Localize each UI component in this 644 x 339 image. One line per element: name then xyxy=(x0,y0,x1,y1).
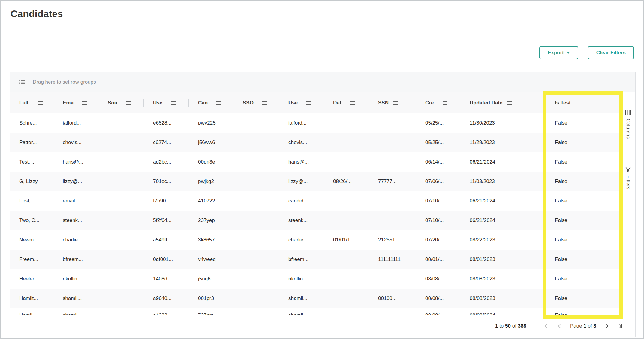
tab-filters[interactable]: Filters xyxy=(625,166,631,190)
cell-user_id[interactable]: 701ec... xyxy=(144,172,189,191)
column-header-is_test[interactable]: Is Test xyxy=(546,92,620,113)
cell-full_name[interactable]: Freem... xyxy=(10,250,53,269)
cell-is_test[interactable]: False xyxy=(546,191,620,211)
column-menu-icon[interactable] xyxy=(171,101,176,105)
cell-dob[interactable] xyxy=(324,308,369,313)
cell-candidate_id[interactable]: 410722 xyxy=(189,191,233,211)
cell-created_date[interactable]: 05/25/... xyxy=(416,133,460,152)
cell-candidate_id[interactable]: 737pm... xyxy=(189,308,233,315)
column-header-email[interactable]: Ema... xyxy=(53,92,98,113)
cell-candidate_id[interactable]: 237yep xyxy=(189,211,233,230)
cell-ssn[interactable]: 00100... xyxy=(369,289,416,308)
cell-sso[interactable] xyxy=(233,269,279,289)
cell-source[interactable] xyxy=(98,133,144,152)
cell-user_id[interactable]: 0af001... xyxy=(144,250,189,269)
cell-source[interactable] xyxy=(98,269,144,289)
cell-email[interactable]: email... xyxy=(53,191,98,211)
cell-created_date[interactable]: 08/08/... xyxy=(416,269,460,289)
column-menu-icon[interactable] xyxy=(262,101,267,105)
cell-full_name[interactable]: Schre... xyxy=(10,113,53,133)
cell-sso[interactable] xyxy=(233,250,279,269)
cell-created_date[interactable]: 06/14/... xyxy=(416,152,460,172)
cell-ssn[interactable] xyxy=(369,211,416,230)
cell-is_test[interactable]: False xyxy=(546,250,620,269)
cell-is_test[interactable]: False xyxy=(546,230,620,250)
cell-email[interactable]: shamil... xyxy=(53,289,98,308)
cell-sso[interactable] xyxy=(233,308,279,313)
cell-source[interactable] xyxy=(98,152,144,172)
cell-is_test[interactable]: False xyxy=(546,172,620,191)
column-header-source[interactable]: Sou... xyxy=(98,92,144,113)
cell-dob[interactable] xyxy=(324,133,369,152)
cell-full_name[interactable]: Heeler... xyxy=(10,269,53,289)
cell-sso[interactable] xyxy=(233,211,279,230)
cell-candidate_id[interactable]: v4weeq xyxy=(189,250,233,269)
cell-created_date[interactable]: 08/08/... xyxy=(416,308,460,315)
cell-user_id[interactable]: 5f2f64... xyxy=(144,211,189,230)
cell-is_test[interactable]: False xyxy=(546,211,620,230)
export-button[interactable]: Export xyxy=(539,46,578,59)
cell-ssn[interactable] xyxy=(369,269,416,289)
column-menu-icon[interactable] xyxy=(126,101,131,105)
cell-email[interactable]: bfreem... xyxy=(53,250,98,269)
cell-dob[interactable] xyxy=(324,250,369,269)
cell-source[interactable] xyxy=(98,230,144,250)
cell-user_id[interactable]: a9640... xyxy=(144,289,189,308)
cell-user_id[interactable]: e6528... xyxy=(144,113,189,133)
cell-dob[interactable] xyxy=(324,152,369,172)
cell-dob[interactable] xyxy=(324,191,369,211)
cell-candidate_id[interactable]: 3k8657 xyxy=(189,230,233,250)
column-header-candidate_id[interactable]: Can... xyxy=(189,92,233,113)
column-header-created_date[interactable]: Cre... xyxy=(416,92,460,113)
cell-sso[interactable] xyxy=(233,113,279,133)
column-menu-icon[interactable] xyxy=(306,101,311,105)
cell-updated_date[interactable]: 06/21/2024 xyxy=(460,191,546,211)
cell-username[interactable]: hans@... xyxy=(279,152,324,172)
cell-full_name[interactable]: Patter... xyxy=(10,133,53,152)
cell-username[interactable]: nkollin... xyxy=(279,269,324,289)
cell-ssn[interactable] xyxy=(369,113,416,133)
cell-email[interactable]: nkollin... xyxy=(53,269,98,289)
column-header-dob[interactable]: Dat... xyxy=(324,92,369,113)
cell-dob[interactable]: 08/26/... xyxy=(324,172,369,191)
cell-username[interactable]: charlie... xyxy=(279,230,324,250)
cell-source[interactable] xyxy=(98,191,144,211)
cell-user_id[interactable]: ad2bc... xyxy=(144,152,189,172)
cell-is_test[interactable]: False xyxy=(546,133,620,152)
cell-username[interactable]: bfreem... xyxy=(279,250,324,269)
cell-full_name[interactable]: First, ... xyxy=(10,191,53,211)
cell-email[interactable]: shamil... xyxy=(53,308,98,315)
cell-ssn[interactable] xyxy=(369,152,416,172)
cell-source[interactable] xyxy=(98,289,144,308)
cell-updated_date[interactable]: 06/21/2024 xyxy=(460,152,546,172)
cell-user_id[interactable]: 1408d... xyxy=(144,269,189,289)
cell-is_test[interactable]: False xyxy=(546,152,620,172)
cell-user_id[interactable]: a549ff... xyxy=(144,230,189,250)
cell-dob[interactable] xyxy=(324,113,369,133)
column-header-full_name[interactable]: Full ... xyxy=(10,92,53,113)
cell-email[interactable]: chevis... xyxy=(53,133,98,152)
cell-is_test[interactable]: False xyxy=(546,113,620,133)
cell-dob[interactable] xyxy=(324,269,369,289)
cell-created_date[interactable]: 05/25/... xyxy=(416,113,460,133)
cell-full_name[interactable]: G, Lizzy xyxy=(10,172,53,191)
cell-candidate_id[interactable]: 00dn3e xyxy=(189,152,233,172)
cell-updated_date[interactable]: 08/08/2024 xyxy=(460,308,546,315)
column-menu-icon[interactable] xyxy=(393,101,398,105)
column-header-updated_date[interactable]: Updated Date xyxy=(460,92,546,113)
cell-source[interactable] xyxy=(98,113,144,133)
next-page-button[interactable] xyxy=(601,320,613,332)
cell-updated_date[interactable]: 11/30/2023 xyxy=(460,113,546,133)
cell-source[interactable] xyxy=(98,172,144,191)
cell-username[interactable]: lizzy@... xyxy=(279,172,324,191)
cell-sso[interactable] xyxy=(233,152,279,172)
cell-candidate_id[interactable]: j5nrj6 xyxy=(189,269,233,289)
cell-updated_date[interactable]: 08/01/2023 xyxy=(460,250,546,269)
cell-is_test[interactable]: False xyxy=(546,289,620,308)
cell-user_id[interactable]: a4332... xyxy=(144,308,189,315)
cell-dob[interactable]: 01/01/1... xyxy=(324,230,369,250)
cell-dob[interactable] xyxy=(324,211,369,230)
clear-filters-button[interactable]: Clear Filters xyxy=(588,46,634,59)
cell-source[interactable] xyxy=(98,250,144,269)
cell-full_name[interactable]: Hamil... xyxy=(10,308,53,315)
